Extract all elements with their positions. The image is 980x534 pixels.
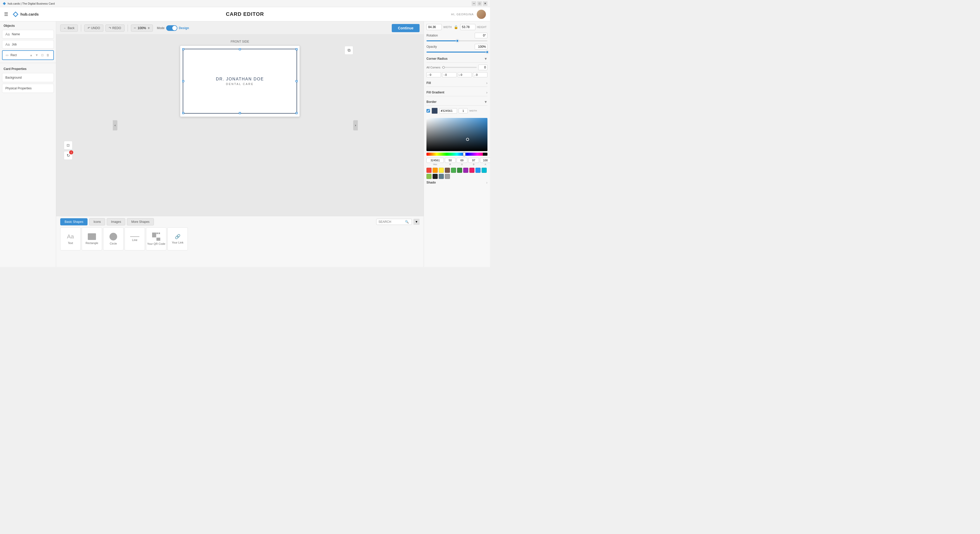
a-value-input[interactable] xyxy=(480,158,490,163)
corner-br-input[interactable] xyxy=(476,73,482,77)
fill-gradient-section[interactable]: Fill Gradient › xyxy=(426,89,487,96)
fill-section[interactable]: Fill › xyxy=(426,80,487,87)
swatch-pink[interactable] xyxy=(469,168,474,173)
card-prop-background[interactable]: Background xyxy=(2,73,54,82)
rect-order-up[interactable]: ▲ xyxy=(29,53,33,57)
left-collapse-arrow[interactable]: ‹ xyxy=(113,120,118,131)
all-corners-value[interactable] xyxy=(478,65,487,70)
border-width-input[interactable] xyxy=(458,108,468,113)
object-item-job[interactable]: Aa Job xyxy=(2,40,54,49)
rotate-tool[interactable]: ↻ 1 xyxy=(64,151,73,160)
divider xyxy=(0,63,56,63)
swatch-red[interactable] xyxy=(426,168,431,173)
expand-shapes-button[interactable]: ▼ xyxy=(414,219,420,225)
shape-text[interactable]: Aa Text xyxy=(60,228,81,250)
card-prop-physical[interactable]: Physical Properties xyxy=(2,84,54,93)
r-value-input[interactable] xyxy=(445,158,455,163)
rotation-input[interactable] xyxy=(475,33,487,38)
shadow-section[interactable]: Shado › xyxy=(426,179,487,186)
handle-top-mid[interactable] xyxy=(239,48,241,50)
right-collapse-arrow[interactable]: › xyxy=(353,120,358,131)
handle-top-left[interactable] xyxy=(182,48,184,50)
object-item-rect[interactable]: ▭ Rect ▲ ▼ ⊡ 🗑 xyxy=(2,50,54,60)
swatch-cyan[interactable] xyxy=(482,168,487,173)
app-icon xyxy=(3,2,6,5)
shape-link[interactable]: 🔗 Your Link xyxy=(167,228,188,250)
swatch-black[interactable] xyxy=(433,174,438,179)
back-button[interactable]: ← Back xyxy=(60,24,78,32)
corner-tl-icon: ⌐ xyxy=(428,73,429,77)
object-item-name[interactable]: Aa Name xyxy=(2,30,54,38)
color-gradient-area[interactable] xyxy=(426,118,487,151)
corner-radius-section[interactable]: Corner Radius ▼ xyxy=(426,55,487,62)
shape-line[interactable]: Line xyxy=(124,228,145,250)
corner-bl-input[interactable] xyxy=(461,73,467,77)
zoom-in-button[interactable]: + xyxy=(147,26,150,30)
b-col: B xyxy=(468,158,479,166)
handle-bot-mid[interactable] xyxy=(239,112,241,114)
rect-duplicate[interactable]: ⊡ xyxy=(40,53,45,57)
g-value-input[interactable] xyxy=(457,158,467,163)
maximize-button[interactable]: □ xyxy=(477,1,482,6)
handle-mid-right[interactable] xyxy=(296,80,298,82)
hamburger-menu[interactable]: ☰ xyxy=(4,11,8,17)
opacity-input[interactable] xyxy=(475,44,487,49)
swatch-blue-grey[interactable] xyxy=(439,174,444,179)
height-input[interactable] xyxy=(460,24,476,30)
handle-bot-left[interactable] xyxy=(182,112,184,114)
tab-icons[interactable]: Icons xyxy=(89,218,105,225)
crop-tool[interactable]: ⊡ xyxy=(64,141,73,150)
swatch-green[interactable] xyxy=(451,168,456,173)
layers-tool[interactable]: ⧉ xyxy=(345,46,353,55)
handle-top-right[interactable] xyxy=(296,48,298,50)
close-button[interactable]: ✕ xyxy=(483,1,487,6)
corner-tl-input[interactable] xyxy=(430,73,436,77)
qr-icon xyxy=(152,233,160,241)
search-input[interactable] xyxy=(379,220,404,223)
zoom-out-button[interactable]: − xyxy=(133,26,137,30)
rect-controls: ▲ ▼ ⊡ 🗑 xyxy=(29,53,50,57)
hex-label: Hex xyxy=(433,163,437,166)
all-corners-slider[interactable] xyxy=(442,67,477,68)
swatch-grey[interactable] xyxy=(445,174,450,179)
swatches-row xyxy=(426,168,487,179)
shape-circle[interactable]: Circle xyxy=(103,228,124,250)
swatch-orange[interactable] xyxy=(433,168,438,173)
swatch-brown[interactable] xyxy=(445,168,450,173)
handle-mid-left[interactable] xyxy=(182,80,184,82)
swatch-light-green[interactable] xyxy=(426,174,431,179)
tab-basic-shapes[interactable]: Basic Shapes xyxy=(60,218,88,225)
swatch-blue[interactable] xyxy=(476,168,480,173)
border-section-header[interactable]: Border ▼ xyxy=(426,98,487,106)
border-enabled-checkbox[interactable] xyxy=(426,109,430,113)
shape-rectangle[interactable]: Rectangle xyxy=(82,228,102,250)
border-color-swatch[interactable] xyxy=(431,108,438,114)
mode-switch[interactable] xyxy=(166,25,177,31)
shape-text-label: Text xyxy=(68,241,73,244)
minimize-button[interactable]: ─ xyxy=(472,1,476,6)
undo-button[interactable]: ↶ UNDO xyxy=(84,24,103,32)
shape-qr-code[interactable]: Your QR Code xyxy=(146,228,166,250)
handle-bot-right[interactable] xyxy=(296,112,298,114)
border-hex-input[interactable] xyxy=(439,108,457,113)
swatch-dark-green[interactable] xyxy=(457,168,462,173)
continue-button[interactable]: Continue xyxy=(392,24,420,32)
b-value-input[interactable] xyxy=(468,158,479,163)
opacity-slider[interactable] xyxy=(426,51,487,53)
redo-button[interactable]: ↷ REDO xyxy=(105,24,124,32)
tab-images[interactable]: Images xyxy=(107,218,125,225)
rect-delete[interactable]: 🗑 xyxy=(46,53,50,57)
swatch-purple[interactable] xyxy=(463,168,468,173)
rect-order-down[interactable]: ▼ xyxy=(35,53,39,57)
card-canvas[interactable]: DR. JONATHAN DOE DENTAL CARE xyxy=(180,45,300,117)
border-collapse-icon: ▼ xyxy=(484,100,487,104)
editor-toolbar: ← Back ↶ UNDO ↷ REDO − 100% + xyxy=(56,21,424,35)
hex-value-input[interactable] xyxy=(426,158,444,163)
swatch-yellow[interactable] xyxy=(439,168,444,173)
corner-tr-input[interactable] xyxy=(445,73,452,77)
tab-more-shapes[interactable]: More Shapes xyxy=(127,218,154,225)
width-input[interactable] xyxy=(426,24,442,30)
hue-strip[interactable] xyxy=(426,153,487,156)
rect-selection[interactable] xyxy=(183,49,297,113)
rotation-slider[interactable] xyxy=(426,40,487,41)
